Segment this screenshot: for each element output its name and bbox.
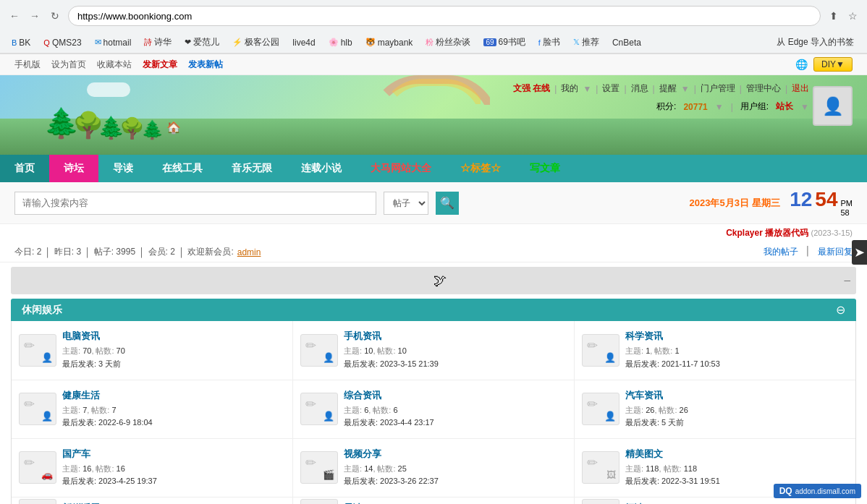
nav-music[interactable]: 音乐无限 [217,155,287,182]
diy-button[interactable]: DIY▼ [813,57,853,72]
nav-malaysia[interactable]: 大马网站大全 [356,155,446,182]
forum-info-kexuezixun: 科学资讯 主题: 1, 帖数: 1 最后发表: 2021-11-7 10:53 [625,330,848,370]
nav-tools[interactable]: 在线工具 [148,155,217,182]
collapse-btn[interactable]: ─ [844,276,850,286]
nav-write[interactable]: 写文章 [515,155,575,182]
bookmark-shihua[interactable]: 詩 诗华 [140,35,176,50]
stats-bar: 今日: 2 │ 昨日: 3 │ 帖子: 3995 │ 会员: 2 │ 欢迎新会员… [0,242,867,262]
ck-section: Ckplayer 播放器代码 (2023-3-15) [0,224,867,242]
set-home-link[interactable]: 设为首页 [51,59,86,71]
post-article-link[interactable]: 发新文章 [143,59,177,71]
bookmark-aifaner[interactable]: ❤ 爱范儿 [180,35,224,50]
bookmark-live4d[interactable]: live4d [288,36,319,49]
forum-name-diannaozixun[interactable]: 电脑资讯 [62,330,285,343]
forum-name-qichezixun[interactable]: 汽车资讯 [625,389,848,402]
forum-name-zonghezixun[interactable]: 综合资讯 [344,389,567,402]
forward-button[interactable]: → [28,9,42,23]
date-text: 2023年5月3日 星期三 [690,197,780,208]
nav-guide[interactable]: 导读 [98,155,148,182]
category-collapse-btn[interactable]: ⊖ [836,303,845,317]
bookmark-twitter[interactable]: 𝕏 推荐 [569,35,604,50]
my-menu[interactable]: 我的 [561,82,578,95]
bookmarks-bar: B BK Q QMS23 ✉ hotmail 詩 诗华 ❤ 爱范儿 ⚡ 极客公园… [0,32,867,54]
bookmark-bk[interactable]: B BK [7,36,35,49]
forum-stats-guocanche: 主题: 16, 帖数: 16 最后发表: 2023-4-25 19:37 [62,463,285,488]
ckplayer-date: (2023-3-15) [811,228,853,237]
hlb-icon: 🌸 [329,38,339,47]
portal-mgmt-link[interactable]: 门户管理 [701,82,735,95]
forum-name-xinxianhuati[interactable]: 新鲜话题 [62,502,285,504]
search-input[interactable] [14,192,376,215]
forum-info-shoujizixun: 手机资讯 主题: 10, 帖数: 10 最后发表: 2023-3-15 21:3… [344,330,567,370]
stat-yesterday: 昨日: 3 [54,246,81,258]
bookmark-link[interactable]: 收藏本站 [97,59,132,71]
category-title: 休闲娱乐 [22,304,62,317]
browser-chrome: ← → ↻ ⬆ ☆ B BK Q QMS23 ✉ hotmail 詩 诗华 ❤ … [0,0,867,54]
bookmark-facebook[interactable]: f 脸书 [534,35,564,50]
datetime-display: 2023年5月3日 星期三 12 54 PM 58 [690,188,853,218]
back-button[interactable]: ← [7,9,22,23]
time-display: 12 54 PM 58 [790,188,853,218]
nav-shihua[interactable]: 诗坛 [49,155,98,182]
forum-info-jiankang: 健康生活 主题: 7, 帖数: 7 最后发表: 2022-6-9 18:04 [62,389,285,430]
forum-name-shipinfenxiang[interactable]: 视频分享 [344,448,567,461]
bookmark-jike[interactable]: ⚡ 极客公园 [228,35,284,50]
browser-icons: ⬆ ☆ [826,9,860,23]
forum-icon-diannaozixun: ✏ 👤 [19,334,56,367]
shihua-icon: 詩 [144,37,152,48]
bookmark-69ktie[interactable]: 69 69书吧 [479,35,529,50]
bookmark-hotmail[interactable]: ✉ hotmail [90,36,136,49]
admin-center-link[interactable]: 管理中心 [746,82,781,95]
new-member-link[interactable]: admin [237,247,261,257]
forum-name-jiankang[interactable]: 健康生活 [62,389,285,402]
forum-name-guocanche[interactable]: 国产车 [62,448,285,461]
forum-info-diannaozixun: 电脑资讯 主题: 70, 帖数: 70 最后发表: 3 天前 [62,330,285,370]
refresh-button[interactable]: ↻ [48,9,62,23]
nav-tags[interactable]: ☆标签☆ [446,155,515,182]
address-bar[interactable] [68,6,821,26]
stat-posts: 帖子: 3995 [94,246,135,258]
bookmark-qms23[interactable]: Q QMS23 [39,36,85,49]
main-nav: 首页 诗坛 导读 在线工具 音乐无限 连载小说 大马网站大全 ☆标签☆ 写文章 [0,155,867,182]
settings-link[interactable]: 设置 [602,82,619,95]
tree5: 🌲 [141,119,164,140]
search-button[interactable]: 🔍 [436,192,459,215]
my-posts-link[interactable]: 我的帖子 [764,246,798,258]
ckplayer-link[interactable]: Ckplayer 播放器代码 [726,228,808,238]
bookmark-cnbeta[interactable]: CnBeta [608,36,646,49]
forum-stats-jiankang: 主题: 7, 帖数: 7 最后发表: 2022-6-9 18:04 [62,404,285,430]
forum-icon-shoujizixun: ✏ 👤 [300,334,338,367]
forum-cell-jiankang: ✏ 👤 健康生活 主题: 7, 帖数: 7 最后发表: 2022-6-9 18:… [12,380,293,438]
forum-icon-jingmeituwen: ✏ 🖼 [582,451,619,484]
post-thread-link[interactable]: 发表新帖 [188,59,223,71]
right-arrow[interactable]: ➤ [852,240,867,265]
latest-reply-link[interactable]: 最新回复 [818,246,853,258]
nav-home[interactable]: 首页 [0,155,49,182]
hotmail-icon: ✉ [95,38,101,47]
forum-name-jingmeituwen[interactable]: 精美图文 [625,448,848,461]
username-link[interactable]: 文强 在线 [513,82,550,95]
messages-link[interactable]: 消息 [631,82,648,95]
forum-info-xinxianhuati: 新鲜话题 主题: 10, 帖数: 14 [62,502,285,504]
maybank-icon: 🐯 [365,38,376,47]
reminders-link[interactable]: 提醒 [659,82,677,95]
forum-name-yuedu[interactable]: 阅读 [625,502,848,504]
bookmark-hlb[interactable]: 🌸 hlb [324,36,357,49]
forum-name-shoujizixun[interactable]: 手机资讯 [344,330,567,343]
bookmark-maybank[interactable]: 🐯 maybank [361,36,418,49]
logout-link[interactable]: 退出 [792,82,809,95]
user-group-link[interactable]: 站长 [776,101,793,113]
edge-bookmark-label[interactable]: 从 Edge 导入的书签 [771,35,860,50]
mobile-link[interactable]: 手机版 [14,59,41,71]
forum-grid: ✏ 👤 电脑资讯 主题: 70, 帖数: 70 最后发表: 3 天前 ✏ [11,321,856,504]
bookmark-fensizatan[interactable]: 粉 粉丝杂谈 [421,35,475,50]
favorite-icon[interactable]: ☆ [845,9,860,23]
forum-name-chendu[interactable]: 晨读 (2) [344,502,567,504]
search-dropdown[interactable]: 帖子 [384,192,428,215]
forum-name-kexuezixun[interactable]: 科学资讯 [625,330,848,343]
share-icon[interactable]: ⬆ [826,9,841,23]
forum-info-zonghezixun: 综合资讯 主题: 6, 帖数: 6 最后发表: 2023-4-4 23:17 [344,389,567,430]
nav-novel[interactable]: 连载小说 [287,155,356,182]
collapsed-banner: ─ 🕊 [11,267,856,294]
qms23-icon: Q [43,38,50,47]
